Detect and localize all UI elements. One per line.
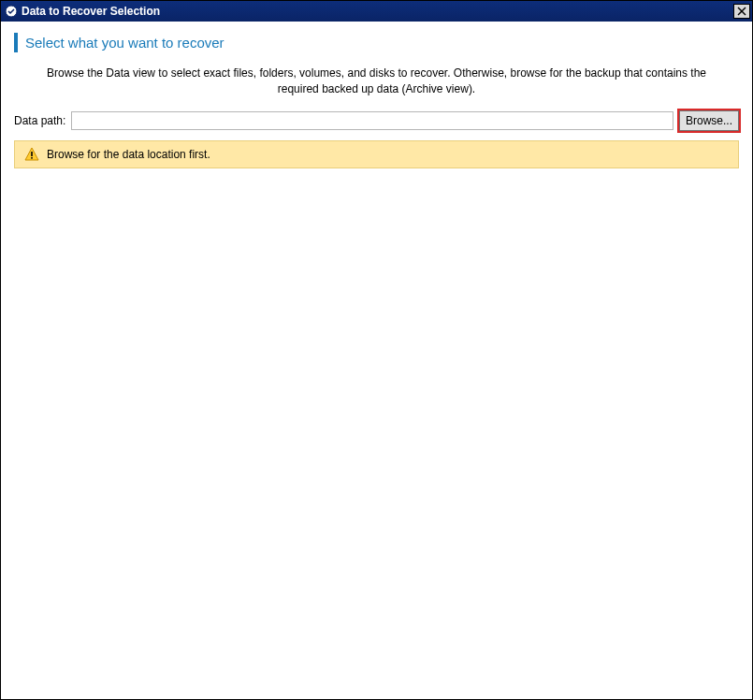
browse-button[interactable]: Browse... [679, 110, 739, 131]
window-title: Data to Recover Selection [22, 5, 733, 18]
app-icon [5, 5, 18, 18]
svg-rect-4 [31, 152, 33, 156]
titlebar: Data to Recover Selection [1, 1, 752, 22]
section-heading: Select what you want to recover [14, 33, 739, 52]
data-path-row: Data path: Browse... [14, 110, 739, 131]
warning-bar: Browse for the data location first. [14, 140, 739, 168]
section-description: Browse the Data view to select exact fil… [33, 66, 720, 97]
close-button[interactable] [733, 4, 750, 19]
data-path-label: Data path: [14, 114, 65, 127]
content-area: Select what you want to recover Browse t… [1, 22, 752, 168]
warning-icon [24, 147, 39, 162]
warning-message: Browse for the data location first. [47, 148, 210, 161]
svg-rect-5 [31, 157, 33, 159]
data-path-input[interactable] [71, 111, 673, 130]
